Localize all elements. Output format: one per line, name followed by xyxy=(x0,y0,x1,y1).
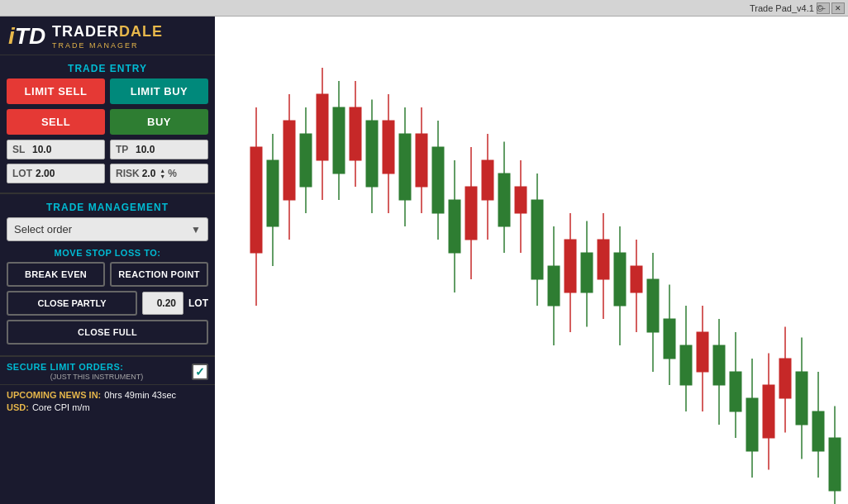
close-button[interactable]: ✕ xyxy=(831,2,845,14)
app-title: Trade Pad_v4.1 © xyxy=(750,3,823,13)
svg-rect-34 xyxy=(515,187,526,213)
chart-area xyxy=(215,17,848,504)
usd-row: USD: Core CPI m/m xyxy=(7,402,208,412)
pct-label: % xyxy=(168,168,177,179)
news-label: UPCOMING NEWS IN: xyxy=(7,390,101,400)
break-even-reaction-row: BREAK EVEN REACTION POINT xyxy=(7,262,208,287)
svg-rect-26 xyxy=(449,200,460,253)
svg-rect-44 xyxy=(598,240,609,279)
logo-area: iTD TRADER DALE TRADE MANAGER xyxy=(0,17,215,55)
lot-label: LOT xyxy=(12,168,32,179)
news-section: UPCOMING NEWS IN: 0hrs 49min 43sec USD: … xyxy=(0,385,215,504)
lot-amount-input[interactable]: 0.20 xyxy=(142,292,183,315)
lot-value: 2.00 xyxy=(36,168,55,179)
svg-rect-38 xyxy=(548,266,560,306)
tp-field[interactable]: TP 10.0 xyxy=(110,140,208,159)
svg-rect-12 xyxy=(333,107,345,174)
limit-sell-button[interactable]: LIMIT SELL xyxy=(7,78,105,104)
close-partly-row: CLOSE PARTLY 0.20 LOT xyxy=(7,291,208,316)
svg-rect-18 xyxy=(383,121,394,174)
secure-row: SECURE LIMIT ORDERS: (JUST THIS INSTRUME… xyxy=(7,362,208,381)
trade-entry-header: TRADE ENTRY xyxy=(7,59,208,78)
svg-rect-66 xyxy=(779,359,791,398)
trade-entry-section: TRADE ENTRY LIMIT SELL LIMIT BUY SELL BU… xyxy=(0,55,215,194)
svg-rect-60 xyxy=(730,372,741,411)
tp-label: TP xyxy=(116,144,132,155)
sell-buy-buttons-row: SELL BUY xyxy=(7,109,208,135)
risk-value: 2.0 xyxy=(142,168,156,179)
tp-value: 10.0 xyxy=(136,144,155,155)
svg-rect-36 xyxy=(531,200,543,279)
close-full-button[interactable]: CLOSE FULL xyxy=(7,320,208,345)
svg-rect-30 xyxy=(482,160,493,200)
svg-rect-52 xyxy=(664,319,675,359)
secure-label: SECURE LIMIT ORDERS: xyxy=(7,362,187,372)
lot-risk-row: LOT 2.00 RISK 2.0 ▲ ▼ % xyxy=(7,164,208,183)
logo-trader: TRADER xyxy=(52,23,119,40)
buy-button[interactable]: BUY xyxy=(110,109,208,135)
svg-rect-56 xyxy=(697,332,708,372)
svg-rect-48 xyxy=(631,266,642,292)
svg-rect-28 xyxy=(465,187,477,240)
trade-management-section: TRADE MANAGEMENT Select order ▼ MOVE STO… xyxy=(0,194,215,357)
svg-rect-4 xyxy=(267,160,279,226)
svg-rect-50 xyxy=(647,279,659,332)
svg-rect-54 xyxy=(680,345,692,385)
sl-label: SL xyxy=(12,144,29,155)
svg-rect-10 xyxy=(317,94,328,160)
svg-rect-68 xyxy=(796,372,808,425)
sl-tp-row: SL 10.0 TP 10.0 xyxy=(7,140,208,159)
news-row: UPCOMING NEWS IN: 0hrs 49min 43sec xyxy=(7,390,208,400)
svg-rect-72 xyxy=(829,438,841,491)
svg-rect-16 xyxy=(366,121,378,187)
move-stop-label: MOVE STOP LOSS TO: xyxy=(7,248,208,258)
order-select[interactable]: Select order ▼ xyxy=(7,217,208,241)
logo-text-group: TRADER DALE TRADE MANAGER xyxy=(52,23,163,50)
svg-rect-40 xyxy=(565,240,576,292)
svg-rect-2 xyxy=(250,147,262,253)
risk-label: RISK xyxy=(116,168,140,179)
title-bar: Trade Pad_v4.1 © – ✕ xyxy=(0,0,848,17)
svg-rect-14 xyxy=(350,107,361,160)
risk-field[interactable]: RISK 2.0 ▲ ▼ % xyxy=(110,164,208,183)
close-full-row: CLOSE FULL xyxy=(7,320,208,345)
secure-checkbox[interactable]: ✓ xyxy=(192,364,208,380)
svg-rect-6 xyxy=(283,121,295,200)
usd-label: USD: xyxy=(7,402,29,412)
trade-management-header: TRADE MANAGEMENT xyxy=(7,197,208,217)
spinner-down-icon[interactable]: ▼ xyxy=(160,174,165,179)
svg-rect-58 xyxy=(713,345,725,385)
risk-spinner[interactable]: ▲ ▼ xyxy=(160,168,165,179)
secure-sublabel: (JUST THIS INSTRUMENT) xyxy=(7,373,187,381)
checkbox-check-icon: ✓ xyxy=(195,365,205,378)
secure-section: SECURE LIMIT ORDERS: (JUST THIS INSTRUME… xyxy=(0,357,215,385)
logo-icon: iTD xyxy=(8,25,45,48)
reaction-point-button[interactable]: REACTION POINT xyxy=(110,262,208,287)
svg-rect-70 xyxy=(812,411,824,451)
sell-button[interactable]: SELL xyxy=(7,109,105,135)
svg-rect-22 xyxy=(416,134,427,187)
close-partly-button[interactable]: CLOSE PARTLY xyxy=(7,291,137,316)
news-time: 0hrs 49min 43sec xyxy=(104,390,176,400)
usd-value: Core CPI m/m xyxy=(32,402,90,412)
logo-dale: DALE xyxy=(119,23,163,40)
lot-amount-label: LOT xyxy=(188,297,208,309)
svg-rect-64 xyxy=(763,385,774,438)
svg-rect-24 xyxy=(432,147,444,213)
logo-subtitle: TRADE MANAGER xyxy=(52,41,163,50)
candlestick-chart xyxy=(215,17,848,504)
svg-rect-46 xyxy=(614,253,626,306)
limit-buttons-row: LIMIT SELL LIMIT BUY xyxy=(7,78,208,104)
lot-field[interactable]: LOT 2.00 xyxy=(7,164,105,183)
svg-rect-42 xyxy=(581,253,593,292)
select-dropdown-icon: ▼ xyxy=(191,224,201,235)
svg-rect-20 xyxy=(399,134,411,200)
svg-rect-62 xyxy=(746,398,758,451)
order-select-text: Select order xyxy=(14,223,72,235)
spinner-up-icon[interactable]: ▲ xyxy=(160,168,165,174)
sl-field[interactable]: SL 10.0 xyxy=(7,140,105,159)
break-even-button[interactable]: BREAK EVEN xyxy=(7,262,105,287)
svg-rect-8 xyxy=(300,134,312,187)
sl-value: 10.0 xyxy=(32,144,51,155)
limit-buy-button[interactable]: LIMIT BUY xyxy=(110,78,208,104)
